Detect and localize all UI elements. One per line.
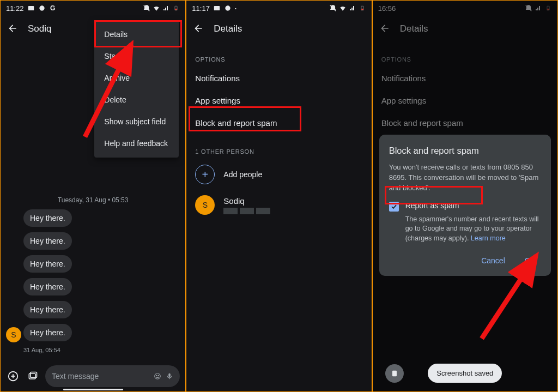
svg-rect-0 xyxy=(28,6,34,10)
redacted-number xyxy=(223,208,270,214)
add-people-row[interactable]: + Add people xyxy=(186,159,371,190)
cancel-button[interactable]: Cancel xyxy=(479,252,507,269)
battery-icon xyxy=(172,4,180,12)
mic-icon[interactable] xyxy=(166,372,173,380)
block-spam-dialog: Block and report spam You won't receive … xyxy=(379,135,551,276)
message-bubble[interactable]: Hey there. xyxy=(23,255,72,273)
menu-help[interactable]: Help and feedback xyxy=(94,132,179,154)
add-icon: + xyxy=(195,165,215,184)
panel-2-details: 11:17 • Details OPTIONS Notifications Ap… xyxy=(186,1,371,391)
message-bubble[interactable]: Hey there. xyxy=(23,232,72,250)
dnd-icon xyxy=(329,4,337,12)
section-options-label: OPTIONS xyxy=(186,42,371,67)
signal-icon xyxy=(349,4,356,12)
menu-delete[interactable]: Delete xyxy=(94,89,179,111)
screenshot-thumbnail[interactable] xyxy=(385,364,404,383)
screenshot-saved-chip[interactable]: Screenshot saved xyxy=(428,364,502,383)
wifi-icon xyxy=(339,4,347,12)
svg-rect-19 xyxy=(361,9,363,10)
option-app-settings[interactable]: App settings xyxy=(186,89,371,112)
panel-3-dialog: 16:56 Details OPTIONS Notifications App … xyxy=(373,1,557,391)
learn-more-link[interactable]: Learn more xyxy=(471,234,506,242)
app-bar: Details xyxy=(186,16,371,42)
menu-starred[interactable]: Starred xyxy=(94,45,179,67)
signal-icon xyxy=(162,4,170,12)
report-spam-label: Report as spam xyxy=(405,201,459,210)
report-spam-subtext: The spammer's number and recent texts wi… xyxy=(405,215,541,244)
conversation-title: Sodiq xyxy=(28,23,51,34)
screenshot-saved-label: Screenshot saved xyxy=(436,369,493,377)
person-row[interactable]: S Sodiq xyxy=(186,190,371,220)
emoji-icon[interactable] xyxy=(154,372,161,380)
svg-point-11 xyxy=(155,373,161,379)
report-spam-row[interactable]: Report as spam xyxy=(389,201,541,212)
dot-icon: • xyxy=(235,6,236,11)
google-icon: G xyxy=(49,4,57,12)
dnd-icon xyxy=(143,4,150,12)
message-list[interactable]: Tuesday, 31 Aug • 05:53 Hey there. Hey t… xyxy=(1,196,185,353)
message-bubble[interactable]: Hey there. xyxy=(23,209,72,227)
dialog-body: You won't receive calls or texts from 08… xyxy=(389,162,541,194)
picture-icon xyxy=(27,4,35,12)
svg-point-1 xyxy=(39,5,44,10)
dialog-title: Block and report spam xyxy=(389,146,541,156)
whatsapp-icon xyxy=(38,4,46,12)
add-button[interactable] xyxy=(6,369,20,383)
svg-point-12 xyxy=(156,375,157,376)
svg-rect-4 xyxy=(175,9,177,10)
message-timestamp: 31 Aug, 05:54 xyxy=(23,347,180,353)
gallery-button[interactable] xyxy=(26,369,40,383)
person-avatar: S xyxy=(195,195,215,215)
svg-rect-24 xyxy=(392,370,397,376)
input-placeholder: Text message xyxy=(52,372,149,381)
option-notifications[interactable]: Notifications xyxy=(186,67,371,89)
whatsapp-icon xyxy=(224,4,232,12)
message-input[interactable]: Text message xyxy=(45,365,180,387)
back-button[interactable] xyxy=(193,23,204,35)
menu-archive[interactable]: Archive xyxy=(94,67,179,89)
message-bubble[interactable]: Hey there. xyxy=(23,301,72,318)
overflow-menu: Details Starred Archive Delete Show subj… xyxy=(94,20,179,158)
wifi-icon xyxy=(153,4,160,12)
ok-button[interactable]: OK xyxy=(523,252,538,269)
date-header: Tuesday, 31 Aug • 05:53 xyxy=(6,196,180,204)
report-spam-checkbox[interactable] xyxy=(389,202,399,212)
compose-bar: Text message xyxy=(1,365,185,387)
back-button[interactable] xyxy=(7,23,18,35)
svg-rect-15 xyxy=(214,6,220,10)
panel-1-messages: 11:22 G Sodiq Details Starred Archive De… xyxy=(1,1,185,391)
status-bar: 11:22 G xyxy=(1,1,185,16)
add-people-label: Add people xyxy=(223,170,262,179)
picture-icon xyxy=(213,4,221,12)
menu-details[interactable]: Details xyxy=(94,23,179,45)
status-time: 11:22 xyxy=(6,4,24,13)
option-block-spam[interactable]: Block and report spam xyxy=(186,112,371,134)
svg-rect-14 xyxy=(169,373,171,377)
svg-point-13 xyxy=(158,375,159,376)
status-bar: 11:17 • xyxy=(186,1,371,16)
status-time: 11:17 xyxy=(192,4,210,13)
message-bubble[interactable]: Hey there. xyxy=(23,278,72,295)
page-title: Details xyxy=(214,23,242,34)
message-bubble[interactable]: Hey there. xyxy=(23,324,72,341)
sender-avatar[interactable]: S xyxy=(6,327,21,342)
menu-subject[interactable]: Show subject field xyxy=(94,111,179,132)
section-other-label: 1 OTHER PERSON xyxy=(186,134,371,159)
person-name: Sodiq xyxy=(223,196,270,206)
battery-icon xyxy=(359,4,366,12)
svg-point-16 xyxy=(225,5,230,10)
nav-indicator xyxy=(63,389,123,390)
